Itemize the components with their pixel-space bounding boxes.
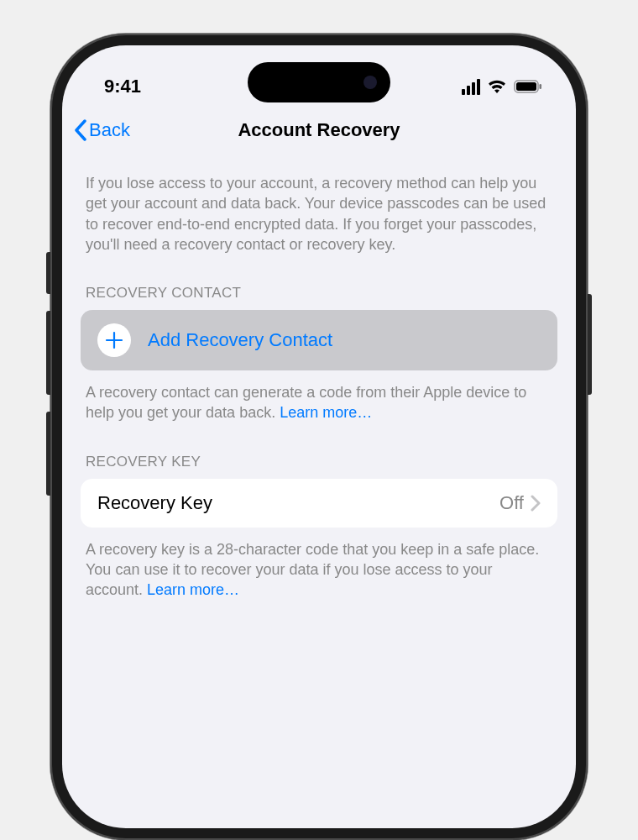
recovery-key-label: Recovery Key [97, 492, 212, 514]
back-button[interactable]: Back [74, 119, 130, 141]
plus-icon [97, 323, 131, 357]
dynamic-island [248, 62, 390, 102]
phone-screen: 9:41 [62, 45, 576, 828]
section-header-contact: RECOVERY CONTACT [81, 255, 557, 310]
status-time: 9:41 [104, 76, 141, 97]
add-recovery-contact-label: Add Recovery Contact [148, 329, 332, 351]
intro-description: If you lose access to your account, a re… [81, 166, 557, 255]
key-footer-text: A recovery key is a 28-character code th… [81, 528, 557, 601]
page-title: Account Recovery [238, 119, 400, 141]
power-button [588, 294, 592, 395]
cell-accessory: Off [499, 492, 541, 514]
contact-footer-text: A recovery contact can generate a code f… [81, 370, 557, 423]
section-header-key: RECOVERY KEY [81, 423, 557, 479]
learn-more-key-link[interactable]: Learn more… [147, 581, 239, 598]
chevron-right-icon [531, 495, 541, 512]
status-indicators [462, 79, 542, 95]
chevron-left-icon [74, 119, 87, 141]
wifi-icon [487, 79, 507, 94]
recovery-key-value: Off [499, 492, 524, 514]
learn-more-contact-link[interactable]: Learn more… [280, 404, 372, 421]
phone-device-frame: 9:41 [50, 34, 588, 840]
back-label: Back [89, 119, 130, 141]
recovery-key-cell[interactable]: Recovery Key Off [81, 479, 557, 528]
svg-rect-2 [540, 84, 542, 89]
battery-icon [514, 80, 542, 93]
navigation-bar: Back Account Recovery [62, 104, 576, 158]
content-area: If you lose access to your account, a re… [62, 158, 576, 601]
volume-down-button [46, 412, 50, 496]
cellular-signal-icon [462, 79, 480, 95]
add-recovery-contact-button[interactable]: Add Recovery Contact [81, 310, 557, 370]
svg-rect-1 [516, 82, 536, 91]
